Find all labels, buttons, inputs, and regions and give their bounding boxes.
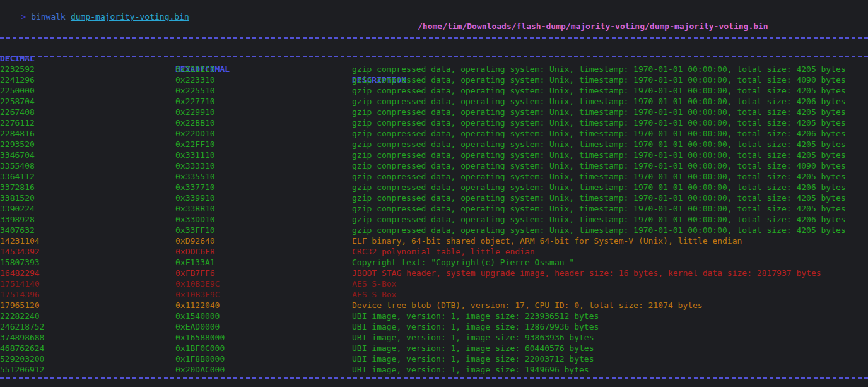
row-description: gzip compressed data, operating system: … xyxy=(352,85,846,96)
row-hexadecimal: 0x223310 xyxy=(175,74,215,85)
table-row: 164822940xFB7FF6JBOOT STAG header, syste… xyxy=(0,268,868,278)
table-row: 33989280x33DD10gzip compressed data, ope… xyxy=(0,214,868,225)
row-description: UBI image, version: 1, image size: 22003… xyxy=(352,354,594,364)
row-hexadecimal: 0x1122040 xyxy=(175,300,220,311)
row-description: gzip compressed data, operating system: … xyxy=(352,96,846,107)
row-hexadecimal: 0x22BB10 xyxy=(175,117,215,128)
table-row: 22412960x223310gzip compressed data, ope… xyxy=(0,74,868,85)
row-decimal: 3355408 xyxy=(0,160,35,171)
row-decimal: 2267408 xyxy=(0,107,35,117)
table-row: 22674080x229910gzip compressed data, ope… xyxy=(0,107,868,117)
row-decimal: 2232592 xyxy=(0,64,35,74)
row-description: ELF binary, 64-bit shared object, ARM 64… xyxy=(352,235,742,246)
row-hexadecimal: 0x331110 xyxy=(175,150,215,160)
table-row: 222822400x1540000UBI image, version: 1, … xyxy=(0,311,868,321)
row-description: Copyright text: "Copyright(c) Pierre Oss… xyxy=(352,257,574,268)
command-line: >binwalkdump-majority-voting.bin xyxy=(1,1,189,11)
row-decimal: 2284816 xyxy=(0,128,35,139)
row-decimal: 17965120 xyxy=(0,300,40,311)
row-hexadecimal: 0xF133A1 xyxy=(175,257,215,268)
table-row: 33641120x335510gzip compressed data, ope… xyxy=(0,171,868,182)
row-hexadecimal: 0x10B3E9C xyxy=(175,278,220,289)
row-description: gzip compressed data, operating system: … xyxy=(352,117,846,128)
row-description: gzip compressed data, operating system: … xyxy=(352,182,846,193)
row-hexadecimal: 0xFB7FF6 xyxy=(175,268,215,278)
row-hexadecimal: 0xD92640 xyxy=(175,235,215,246)
row-hexadecimal: 0x221110 xyxy=(175,64,215,74)
row-decimal: 14534392 xyxy=(0,246,40,257)
row-decimal: 22282240 xyxy=(0,311,40,321)
row-description: gzip compressed data, operating system: … xyxy=(352,225,846,235)
row-hexadecimal: 0x22DD10 xyxy=(175,128,215,139)
table-row: 175141400x10B3E9CAES S-Box xyxy=(0,278,868,289)
table-row: 2462187520xEAD0000UBI image, version: 1,… xyxy=(0,321,868,332)
table-header-row: DECIMAL HEXADECIMAL DESCRIPTION xyxy=(0,42,868,53)
row-decimal: 2293520 xyxy=(0,139,35,150)
table-row: 179651200x1122040Device tree blob (DTB),… xyxy=(0,300,868,311)
row-description: UBI image, version: 1, image size: 93863… xyxy=(352,332,594,343)
row-decimal: 246218752 xyxy=(0,321,44,332)
row-hexadecimal: 0x337710 xyxy=(175,182,215,193)
row-decimal: 3381520 xyxy=(0,193,35,203)
row-hexadecimal: 0x33BB10 xyxy=(175,203,215,214)
row-decimal: 551206912 xyxy=(0,364,44,375)
command-argument-file-link[interactable]: dump-majority-voting.bin xyxy=(71,12,189,21)
row-decimal: 2258704 xyxy=(0,96,35,107)
row-hexadecimal: 0x22FF10 xyxy=(175,139,215,150)
table-row: 145343920xDDC6F8CRC32 polynomial table, … xyxy=(0,246,868,257)
row-description: gzip compressed data, operating system: … xyxy=(352,193,846,203)
row-description: UBI image, version: 1, image size: 60440… xyxy=(352,343,594,354)
row-hexadecimal: 0x10B3F9C xyxy=(175,289,220,300)
table-row: 33902240x33BB10gzip compressed data, ope… xyxy=(0,203,868,214)
row-description: Device tree blob (DTB), version: 17, CPU… xyxy=(352,300,703,311)
row-hexadecimal: 0x33DD10 xyxy=(175,214,215,225)
row-description: gzip compressed data, operating system: … xyxy=(352,150,846,160)
row-description: JBOOT STAG header, system upgrade image,… xyxy=(352,268,821,278)
row-decimal: 529203200 xyxy=(0,354,44,364)
table-row: 33815200x339910gzip compressed data, ope… xyxy=(0,193,868,203)
row-hexadecimal: 0x1540000 xyxy=(175,311,220,321)
row-description: UBI image, version: 1, image size: 12867… xyxy=(352,321,599,332)
row-hexadecimal: 0x229910 xyxy=(175,107,215,117)
row-description: AES S-Box xyxy=(352,289,396,300)
row-decimal: 3346704 xyxy=(0,150,35,160)
terminal-window[interactable]: >binwalkdump-majority-voting.bin /home/t… xyxy=(0,0,868,387)
row-hexadecimal: 0xEAD0000 xyxy=(175,321,220,332)
header-decimal: DECIMAL xyxy=(0,53,35,64)
row-hexadecimal: 0x333310 xyxy=(175,160,215,171)
row-hexadecimal: 0x1BF0C000 xyxy=(175,343,225,354)
table-row: 175143960x10B3F9CAES S-Box xyxy=(0,289,868,300)
table-row: 33728160x337710gzip compressed data, ope… xyxy=(0,182,868,193)
table-row: 22848160x22DD10gzip compressed data, ope… xyxy=(0,128,868,139)
row-decimal: 2241296 xyxy=(0,74,35,85)
row-decimal: 17514140 xyxy=(0,278,40,289)
row-decimal: 2250000 xyxy=(0,85,35,96)
row-description: gzip compressed data, operating system: … xyxy=(352,160,846,171)
file-path: /home/tim/Downloads/flash-dump/majority-… xyxy=(418,21,768,32)
table-row: 22761120x22BB10gzip compressed data, ope… xyxy=(0,117,868,128)
separator-dashed-line-bottom xyxy=(0,377,868,379)
row-description: gzip compressed data, operating system: … xyxy=(352,139,846,150)
row-description: gzip compressed data, operating system: … xyxy=(352,203,846,214)
row-decimal: 14231104 xyxy=(0,235,40,246)
row-decimal: 2276112 xyxy=(0,117,35,128)
row-decimal: 15807393 xyxy=(0,257,40,268)
row-decimal: 16482294 xyxy=(0,268,40,278)
table-row: 22500000x225510gzip compressed data, ope… xyxy=(0,85,868,96)
command-program: binwalk xyxy=(31,12,66,21)
row-hexadecimal: 0x227710 xyxy=(175,96,215,107)
row-description: gzip compressed data, operating system: … xyxy=(352,107,846,117)
row-hexadecimal: 0x335510 xyxy=(175,171,215,182)
row-hexadecimal: 0x339910 xyxy=(175,193,215,203)
row-decimal: 3372816 xyxy=(0,182,35,193)
row-decimal: 3364112 xyxy=(0,171,35,182)
row-hexadecimal: 0xDDC6F8 xyxy=(175,246,215,257)
row-description: gzip compressed data, operating system: … xyxy=(352,171,846,182)
row-hexadecimal: 0x225510 xyxy=(175,85,215,96)
row-hexadecimal: 0x1F8B0000 xyxy=(175,354,225,364)
table-row: 22587040x227710gzip compressed data, ope… xyxy=(0,96,868,107)
row-decimal: 3407632 xyxy=(0,225,35,235)
table-row: 4687626240x1BF0C000UBI image, version: 1… xyxy=(0,343,868,354)
table-row: 22325920x221110gzip compressed data, ope… xyxy=(0,64,868,74)
table-row: 3748986880x16588000UBI image, version: 1… xyxy=(0,332,868,343)
